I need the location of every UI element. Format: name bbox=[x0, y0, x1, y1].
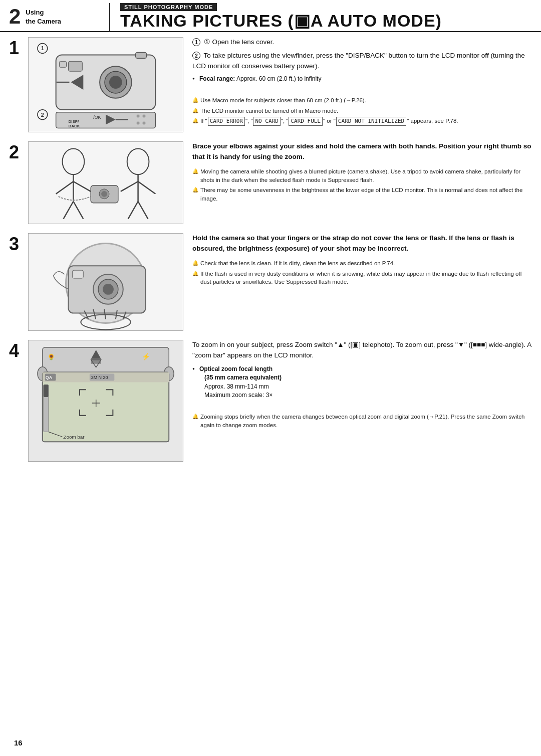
step-4-main: To zoom in on your subject, press Zoom s… bbox=[192, 340, 532, 361]
svg-rect-58 bbox=[43, 372, 169, 442]
step-2-main: Brace your elbows against your sides and… bbox=[192, 141, 532, 162]
step-1-note-3: If "CARD ERROR", "NO CARD", "CARD FULL" … bbox=[192, 117, 532, 126]
step-1-image: 1 2 bbox=[28, 37, 183, 132]
step-1-camera-svg: 1 2 bbox=[29, 37, 183, 132]
svg-rect-6 bbox=[68, 61, 82, 71]
svg-point-42 bbox=[103, 284, 114, 295]
step-4-image: 🌻 ⚡ QA 3M N bbox=[28, 340, 183, 462]
step-3-text: Hold the camera so that your fingers or … bbox=[192, 233, 532, 288]
step-3-note-1: Check that the lens is clean. If it is d… bbox=[192, 259, 532, 268]
svg-text:DISP/: DISP/ bbox=[68, 120, 79, 124]
page-number: 16 bbox=[14, 738, 23, 747]
page-title: TAKING PICTURES (▣A AUTO MODE) bbox=[120, 12, 541, 29]
step-4-optical-zoom: Optical zoom focal length (35 mm camera … bbox=[192, 365, 532, 400]
step-1-focal-range: Focal range: Approx. 60 cm (2.0 ft.) to … bbox=[192, 75, 532, 83]
step-4-text: To zoom in on your subject, press Zoom s… bbox=[192, 340, 532, 432]
svg-text:Zoom bar: Zoom bar bbox=[63, 434, 85, 440]
svg-text:3M  N  20: 3M N 20 bbox=[91, 375, 108, 380]
svg-line-25 bbox=[56, 181, 74, 194]
step-1-instruction-1: 1 ① Open the lens cover. bbox=[192, 37, 532, 48]
step-1-text: 1 ① Open the lens cover. 2 To take pictu… bbox=[192, 37, 532, 128]
mode-badge: STILL PHOTOGRAPHY MODE bbox=[120, 3, 217, 11]
step-4-number: 4 bbox=[9, 340, 28, 360]
step-2-text: Brace your elbows against your sides and… bbox=[192, 141, 532, 205]
svg-text:1: 1 bbox=[41, 45, 44, 51]
step-3-svg bbox=[29, 233, 183, 331]
page-header: 2 Using the Camera STILL PHOTOGRAPHY MOD… bbox=[0, 0, 541, 32]
step-3-number: 3 bbox=[9, 233, 28, 253]
svg-line-37 bbox=[138, 202, 148, 219]
page-content: 1 1 bbox=[0, 32, 541, 476]
svg-point-23 bbox=[63, 148, 85, 174]
svg-line-36 bbox=[128, 202, 138, 219]
svg-text:🌻: 🌻 bbox=[48, 353, 55, 360]
svg-line-27 bbox=[64, 202, 74, 219]
step-3-main: Hold the camera so that your fingers or … bbox=[192, 233, 532, 254]
svg-rect-43 bbox=[72, 270, 83, 278]
step-1-instruction-2: 2 To take pictures using the viewfinder,… bbox=[192, 51, 532, 72]
step-2-number: 2 bbox=[9, 141, 28, 161]
svg-point-17 bbox=[137, 122, 140, 125]
svg-point-16 bbox=[143, 115, 146, 118]
svg-rect-8 bbox=[136, 52, 147, 58]
chapter-number: 2 bbox=[9, 6, 21, 27]
step-1-number: 1 bbox=[9, 37, 28, 57]
svg-line-26 bbox=[73, 181, 91, 192]
step-2-note-1: Moving the camera while shooting gives a… bbox=[192, 167, 532, 184]
step-1-row: 1 1 bbox=[9, 37, 532, 132]
step-2-row: 2 bbox=[9, 141, 532, 224]
step-3-row: 3 bbox=[9, 233, 532, 331]
step-1-note-2: The LCD monitor cannot be turned off in … bbox=[192, 107, 532, 115]
svg-text:BACK: BACK bbox=[68, 124, 80, 128]
svg-line-28 bbox=[73, 202, 83, 219]
step-2-image bbox=[28, 141, 183, 224]
svg-rect-7 bbox=[60, 61, 67, 67]
svg-text:2: 2 bbox=[41, 112, 44, 118]
step-3-note-2: If the flash is used in very dusty condi… bbox=[192, 270, 532, 286]
svg-point-31 bbox=[101, 191, 107, 197]
svg-line-34 bbox=[121, 181, 138, 192]
svg-point-32 bbox=[127, 148, 149, 174]
title-area: STILL PHOTOGRAPHY MODE TAKING PICTURES (… bbox=[110, 3, 541, 31]
step-4-svg: 🌻 ⚡ QA 3M N bbox=[33, 344, 179, 457]
svg-point-5 bbox=[109, 76, 122, 89]
chapter-label: Using the Camera bbox=[26, 6, 61, 26]
svg-point-18 bbox=[143, 122, 146, 125]
svg-point-15 bbox=[137, 115, 140, 118]
step-3-image bbox=[28, 233, 183, 331]
chapter-info: 2 Using the Camera bbox=[0, 3, 110, 31]
step-4-row: 4 🌻 ⚡ bbox=[9, 340, 532, 462]
svg-text:/OK: /OK bbox=[93, 115, 101, 120]
svg-text:QA: QA bbox=[46, 375, 53, 380]
step-4-note-1: Zooming stops briefly when the camera ch… bbox=[192, 413, 532, 429]
svg-text:⚡: ⚡ bbox=[142, 352, 151, 361]
step-2-note-2: There may be some unevenness in the brig… bbox=[192, 186, 532, 203]
step-1-note-1: Use Macro mode for subjects closer than … bbox=[192, 96, 532, 105]
svg-rect-67 bbox=[44, 385, 49, 397]
svg-line-35 bbox=[138, 181, 156, 194]
step-2-svg bbox=[29, 141, 183, 224]
